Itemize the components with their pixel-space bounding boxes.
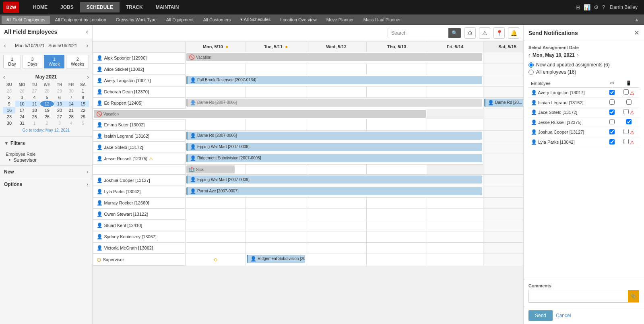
schedule-cell[interactable] [427,119,483,131]
nav-tab-home[interactable]: HOME [27,2,54,12]
radio-new-updated-input[interactable] [528,62,534,68]
sms-checkbox[interactable] [623,129,629,134]
cal-date[interactable]: 26 [15,88,29,94]
schedule-cell[interactable] [427,64,483,75]
cal-date[interactable]: 23 [3,114,15,120]
schedule-cell[interactable] [483,142,524,153]
notif-date-prev-btn[interactable]: ‹ [528,52,530,58]
cal-date[interactable]: 11 [29,101,40,107]
sub-tab-all-field-employees[interactable]: All Field Employees [2,16,50,24]
schedule-cell[interactable] [246,64,306,75]
sub-tab-location-overview[interactable]: Location Overview [275,16,322,24]
view-1day-btn[interactable]: 1 Day [3,55,21,68]
schedule-cell[interactable] [367,119,427,131]
schedule-cell[interactable] [186,208,246,220]
schedule-cell[interactable] [186,220,246,231]
schedule-cell[interactable] [427,197,483,208]
cal-date[interactable]: 27 [54,114,66,120]
view-3days-btn[interactable]: 3 Days [23,55,42,68]
email-checkbox[interactable] [609,109,615,115]
sub-tab-mass-haul[interactable]: Mass Haul Planner [359,16,406,24]
cal-date[interactable]: 29 [54,88,66,94]
assignment-cell[interactable]: 👤 Parrot Ave [2007-0007] [186,186,483,197]
schedule-cell[interactable] [367,165,427,175]
schedule-cell[interactable] [483,231,524,242]
schedule-cell[interactable] [483,64,524,75]
assignment-cell[interactable]: 🏥 Sick [186,165,246,175]
cal-date[interactable]: 4 [65,120,77,126]
sub-tab-all-customers[interactable]: All Customers [198,16,235,24]
schedule-cell[interactable] [427,231,483,242]
cal-date[interactable]: 15 [77,101,89,107]
assignment-bar[interactable]: 👤 Ridgement Subdivision [2007-0005] [186,154,482,162]
cal-date[interactable]: 27 [29,88,40,94]
assignment-bar[interactable]: 👤 Dame Rd [2007-0006] [186,132,482,140]
cal-date-today[interactable]: 12 [40,101,54,107]
comments-textarea[interactable] [529,290,628,302]
nav-tab-schedule[interactable]: SCHEDULE [80,2,120,12]
cal-date[interactable]: 25 [29,114,40,120]
cal-date[interactable]: 6 [54,94,66,101]
schedule-cell[interactable] [427,208,483,220]
schedule-cell[interactable] [483,208,524,220]
schedule-cell[interactable] [367,254,427,266]
cal-date[interactable]: 8 [77,94,89,101]
cal-date[interactable]: 31 [15,120,29,126]
bell-toolbar-icon[interactable]: 🔔 [508,27,519,39]
schedule-cell[interactable] [186,119,246,131]
sms-checkbox[interactable] [623,139,629,144]
assignment-bar[interactable]: 👤 Fall Brook Reservoir [2007-0134] [186,76,482,84]
schedule-cell[interactable] [483,130,524,142]
cal-date[interactable]: 5 [77,120,89,126]
schedule-cell[interactable] [246,86,306,97]
nav-tab-jobs[interactable]: JOBS [54,2,80,12]
sub-tab-all-schedules[interactable]: ▾ All Schedules [235,15,275,24]
cal-date[interactable]: 17 [15,107,29,114]
notif-date-next-btn[interactable]: › [577,52,579,58]
assignment-bar[interactable]: 👤 Epping Wal Mart [2007-0009] [186,143,482,151]
cal-date[interactable]: 13 [54,101,66,107]
schedule-cell[interactable] [306,220,367,231]
schedule-cell[interactable] [483,52,524,64]
cal-date[interactable]: 30 [3,120,15,126]
sub-nav-collapse[interactable]: ▲ [631,17,642,23]
assignment-cell[interactable]: ○ [186,254,246,266]
assignment-cell[interactable]: 🚫 Vacation [93,109,427,119]
date-next-btn[interactable]: › [85,42,89,49]
assignment-cell[interactable]: 👤 Dame Rd [2007-0006] [186,97,483,109]
assignment-cell[interactable]: 👤 Fall Brook Reservoir [2007-0134] [186,75,483,86]
cal-date[interactable]: 22 [77,107,89,114]
pin-toolbar-icon[interactable]: 📍 [493,27,505,39]
cal-date[interactable]: 7 [65,94,77,101]
schedule-cell[interactable] [246,119,306,131]
email-checkbox[interactable] [609,119,615,124]
cal-date[interactable]: 25 [3,88,15,94]
schedule-cell[interactable] [427,254,483,266]
sub-tab-crews[interactable]: Crews by Work Type [111,16,161,24]
schedule-cell[interactable] [367,64,427,75]
comments-attach-btn[interactable]: 📎 [628,290,639,302]
circle-toolbar-icon[interactable]: ⊙ [464,27,476,39]
schedule-cell[interactable] [483,153,524,175]
assignment-bar[interactable]: 🚫 Vacation [94,110,426,118]
schedule-cell[interactable] [186,231,246,242]
schedule-cell[interactable] [367,197,427,208]
schedule-cell[interactable] [367,231,427,242]
cal-date[interactable]: 30 [65,88,77,94]
cal-date[interactable]: 28 [65,114,77,120]
cal-date[interactable]: 1 [29,120,40,126]
assignment-cell[interactable]: 👤 Ridgement Subdivision [2007-0005] [246,254,306,266]
assignment-cell[interactable]: 👤 Epping Wal Mart [2007-0009] [186,142,483,153]
cal-date[interactable]: 2 [3,94,15,101]
date-prev-btn[interactable]: ‹ [3,42,7,49]
cal-date[interactable]: 1 [77,88,89,94]
assignment-cell[interactable]: 👤 Dame Rd [2007-0006] [186,130,483,142]
search-input[interactable] [388,29,448,37]
cal-date[interactable]: 29 [77,114,89,120]
cal-date[interactable]: 16 [3,107,15,114]
sub-tab-equipment-by-location[interactable]: All Equipment by Location [50,16,111,24]
logo[interactable]: B2W [3,2,19,13]
options-section[interactable]: Options › [0,178,92,190]
sms-checkbox[interactable] [623,89,629,95]
alert-toolbar-icon[interactable]: ⚠ [479,27,490,39]
